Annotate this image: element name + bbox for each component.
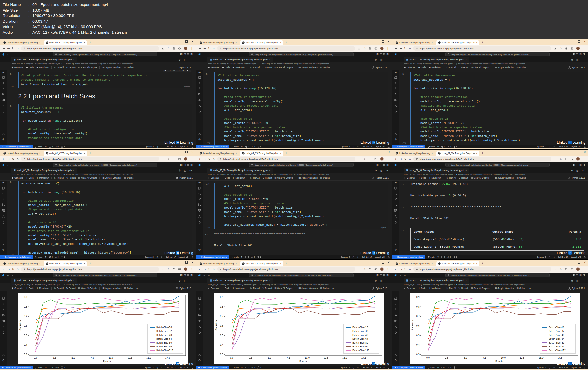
notebook-content[interactable]: ▣ ▷ ▷ ▭ ⋯ ▮▷˅[24]#Load up all the common… — [7, 70, 196, 145]
toolbar-item-jupyter-variables[interactable]: ▦Jupyter Variables — [102, 287, 121, 290]
toolbar-item-run-all[interactable]: ▷Run All — [447, 66, 456, 69]
bell-icon[interactable] — [584, 256, 586, 258]
toolbar-item-restart[interactable]: ↻Restart — [458, 177, 468, 179]
browser-tab-notebook[interactable]: code_02_XX Tuning the Deep Lear× — [240, 151, 283, 156]
toolbar-item-clear-all-outputs[interactable]: ▤Clear All Outputs — [274, 287, 293, 290]
browser-reload-button[interactable]: ↻ — [404, 158, 406, 160]
run-cell-button[interactable]: ▷˅ — [10, 105, 13, 107]
toolbar-item-code[interactable]: +Code — [418, 287, 426, 290]
status-item[interactable]: ☺ — [553, 256, 555, 258]
status-item[interactable]: ☺ — [357, 146, 359, 148]
code-cell[interactable]: ▷˅[25]accuracy_measures = {} for batch_s… — [18, 181, 192, 255]
status-tower[interactable]: 5 — [257, 146, 261, 148]
remote-indicator[interactable]: Codespaces: potential winner — [392, 255, 425, 259]
browser-profile-avatar[interactable] — [184, 157, 187, 161]
browser-forward-button[interactable]: → — [7, 158, 10, 160]
download-icon[interactable] — [554, 47, 557, 50]
download-icon[interactable] — [554, 268, 557, 271]
debug-icon[interactable] — [2, 313, 5, 317]
toolbar-item-code[interactable]: +Code — [26, 66, 34, 69]
toolbar-item-code[interactable]: +Code — [418, 177, 426, 179]
flask-icon[interactable] — [394, 215, 397, 218]
toolbar-item-run-all[interactable]: ▷Run All — [250, 177, 260, 179]
tab-close-icon[interactable]: × — [84, 41, 85, 44]
tab-close-icon[interactable]: × — [476, 152, 477, 155]
layout-toggle-icons[interactable]: ◧◫▤◨ — [180, 164, 194, 166]
remote-indicator[interactable]: Codespaces: potential winner — [196, 366, 229, 369]
status-item[interactable]: () — [549, 256, 550, 258]
status-sync[interactable]: ↻ — [241, 146, 243, 148]
search-icon[interactable] — [2, 82, 5, 84]
tab-close-icon[interactable]: × — [39, 152, 41, 155]
bookmark-star-icon[interactable]: ☆ — [559, 268, 562, 271]
status-item[interactable]: Layout: US — [375, 256, 385, 258]
status-sync[interactable]: ↻ — [241, 367, 243, 369]
download-icon[interactable] — [161, 47, 164, 50]
history-nav-arrows[interactable]: ← → — [7, 274, 15, 276]
new-tab-button[interactable]: + — [482, 261, 483, 266]
toolbar-item--[interactable]: ⋯ — [529, 66, 531, 69]
toolbar-item-jupyter-variables[interactable]: ▦Jupyter Variables — [298, 177, 318, 179]
bookmark-star-icon[interactable]: ☆ — [363, 158, 366, 160]
search-icon[interactable] — [2, 303, 5, 305]
toolbar-item-markdown[interactable]: +Markdown — [36, 287, 49, 290]
cube-icon[interactable] — [565, 47, 568, 50]
debug-icon[interactable] — [198, 313, 201, 317]
tab-close-icon[interactable]: × — [432, 262, 433, 265]
browser-menu-icon[interactable]: ⋮ — [583, 268, 585, 271]
browser-back-button[interactable]: ← — [3, 268, 5, 271]
ext-icon[interactable] — [198, 98, 201, 102]
run-cell-button[interactable]: ▷˅ — [206, 73, 209, 75]
new-tab-button[interactable]: + — [89, 41, 91, 45]
tab-close-icon[interactable]: × — [84, 262, 85, 265]
person-icon[interactable] — [394, 243, 397, 246]
browser-tab-linkedinlearning[interactable]: LinkedInLearning/deep-learning× — [394, 40, 435, 45]
browser-forward-button[interactable]: → — [203, 47, 206, 50]
bell-icon[interactable] — [584, 366, 586, 369]
toolbar-item-restart[interactable]: ↻Restart — [262, 287, 272, 290]
debug-icon[interactable] — [198, 93, 201, 96]
cube-icon[interactable] — [173, 47, 175, 50]
toolbar-item-code[interactable]: +Code — [26, 177, 34, 179]
status-item[interactable]: ☺ — [161, 366, 163, 369]
toolbar-item-outline[interactable]: ▤Outline — [516, 66, 526, 69]
browser-tab-linkedinlearning[interactable]: LinkedInLearning/deep-learning× — [198, 261, 239, 266]
toolbar-item-clear-all-outputs[interactable]: ▤Clear All Outputs — [78, 287, 97, 290]
status-warn[interactable]: ⚠0 — [55, 366, 59, 369]
breadcrumb[interactable]: code_02_XX Tuning the Deep Learning Netw… — [392, 62, 588, 65]
files-icon[interactable] — [394, 297, 397, 300]
search-icon[interactable] — [2, 193, 5, 195]
new-tab-button[interactable]: + — [482, 151, 483, 156]
editor-tab-notebook[interactable]: code_02_XX Tuning the Deep Learning Netw… — [11, 57, 77, 62]
browser-forward-button[interactable]: → — [7, 268, 10, 271]
status-error[interactable]: 0 — [245, 366, 249, 369]
status-warn[interactable]: ⚠0 — [447, 146, 451, 148]
boxsearch-icon[interactable] — [178, 47, 181, 50]
cube-icon[interactable] — [369, 268, 372, 271]
status-branch[interactable]: main — [35, 256, 42, 258]
toolbar-item-markdown[interactable]: +Markdown — [429, 66, 441, 69]
address-bar[interactable]: https://potential-winner-4pqv6jxrqrh5w9.… — [21, 267, 159, 272]
address-bar[interactable]: https://potential-winner-4pqv6jxrqrh5w9.… — [21, 157, 159, 161]
window-minimize-button[interactable]: – — [573, 151, 574, 154]
address-bar[interactable]: https://potential-winner-4pqv6jxrqrh5w9.… — [217, 157, 355, 161]
window-close-button[interactable]: × — [191, 40, 194, 43]
bulb-icon[interactable] — [394, 221, 397, 224]
bell-icon[interactable] — [191, 366, 194, 369]
status-item[interactable]: () — [353, 366, 354, 369]
files-icon[interactable] — [198, 76, 201, 79]
ext-icon[interactable] — [198, 319, 201, 322]
status-item[interactable]: Layout: US — [178, 366, 188, 369]
breadcrumb[interactable]: code_02_XX Tuning the Deep Learning Netw… — [0, 173, 196, 176]
editor-tab-close-icon[interactable]: × — [269, 169, 270, 172]
run-cell-button[interactable]: ▷˅ — [206, 183, 209, 186]
browser-home-button[interactable]: ⌂ — [17, 47, 19, 50]
remote-indicator[interactable]: Codespaces: potential winner — [0, 145, 33, 148]
browser-profile-avatar[interactable] — [576, 47, 580, 50]
boxsearch-icon[interactable] — [374, 47, 377, 50]
toolbar-item-outline[interactable]: ▤Outline — [124, 66, 133, 69]
new-tab-button[interactable]: + — [285, 151, 287, 156]
toolbar-item--[interactable]: ⋯ — [529, 287, 531, 290]
layout-toggle-icons[interactable]: ◧◫▤◨ — [376, 164, 390, 166]
status-tower[interactable]: 5 — [453, 146, 457, 148]
